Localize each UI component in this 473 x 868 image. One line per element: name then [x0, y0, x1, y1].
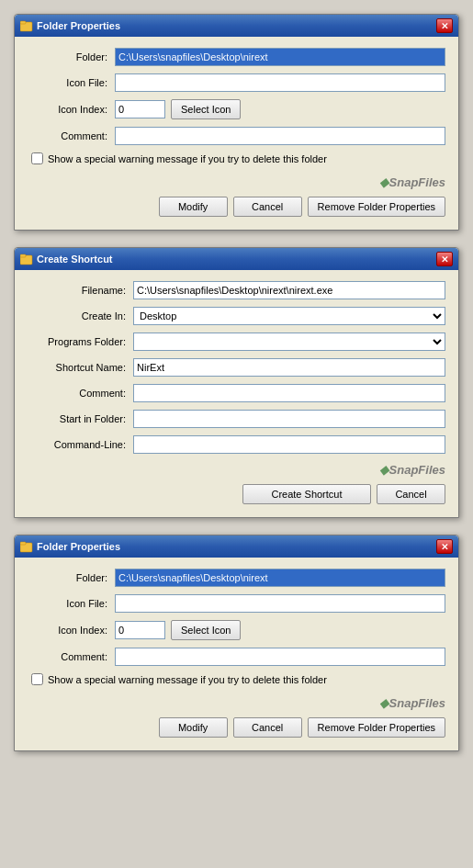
create-shortcut-button[interactable]: Create Shortcut — [242, 484, 371, 504]
snapfiles-logo-2: ◆ SnapFiles — [379, 463, 445, 477]
icon-file-row-1: Icon File: — [28, 73, 445, 92]
folder-input-1[interactable] — [115, 48, 445, 66]
icon-file-input-1[interactable] — [115, 73, 445, 92]
icon-index-row-3: Icon Index: Select Icon — [28, 620, 445, 640]
shortcut-name-input[interactable] — [133, 358, 445, 377]
titlebar-left-2: Create Shortcut — [20, 253, 113, 265]
folder-properties-dialog-2: Folder Properties ✕ Folder: Icon File: I… — [14, 535, 459, 751]
select-icon-button-3[interactable]: Select Icon — [171, 620, 241, 640]
buttons-row-1: Modify Cancel Remove Folder Properties — [28, 197, 445, 217]
modify-button-3[interactable]: Modify — [159, 717, 228, 738]
titlebar-title-1: Folder Properties — [37, 20, 120, 31]
filename-label: Filename: — [28, 285, 133, 296]
comment-row-1: Comment: — [28, 127, 445, 145]
warning-checkbox-3[interactable] — [31, 673, 43, 685]
create-shortcut-dialog: Create Shortcut ✕ Filename: Create In: D… — [14, 247, 459, 518]
start-in-row: Start in Folder: — [28, 410, 445, 428]
svg-rect-1 — [20, 21, 26, 24]
folder-row-3: Folder: — [28, 569, 445, 587]
close-button-1[interactable]: ✕ — [436, 18, 453, 33]
filename-input[interactable] — [133, 281, 445, 299]
icon-index-row-1: Icon Index: Select Icon — [28, 99, 445, 119]
titlebar-title-3: Folder Properties — [37, 541, 120, 552]
snapfiles-watermark-3: ◆ SnapFiles — [28, 694, 445, 714]
folder-titlebar-icon-1 — [20, 19, 33, 32]
create-in-row: Create In: Desktop Start Menu Quick Laun… — [28, 307, 445, 325]
warning-checkbox-1[interactable] — [31, 152, 43, 164]
create-in-select[interactable]: Desktop Start Menu Quick Launch — [133, 307, 445, 325]
cmdline-input[interactable] — [133, 435, 445, 454]
comment-input-3[interactable] — [115, 648, 445, 666]
buttons-row-2: Create Shortcut Cancel — [28, 484, 445, 504]
comment-label-1: Comment: — [28, 130, 115, 141]
shortcut-name-row: Shortcut Name: — [28, 358, 445, 377]
close-button-2[interactable]: ✕ — [436, 252, 453, 266]
icon-file-row-3: Icon File: — [28, 594, 445, 613]
window-body-3: Folder: Icon File: Icon Index: Select Ic… — [15, 558, 458, 750]
comment-label-2: Comment: — [28, 388, 133, 399]
checkbox-label-3: Show a special warning message if you tr… — [48, 674, 327, 685]
titlebar-2: Create Shortcut ✕ — [15, 248, 458, 270]
comment-input-1[interactable] — [115, 127, 445, 145]
buttons-row-3: Modify Cancel Remove Folder Properties — [28, 717, 445, 738]
create-in-label: Create In: — [28, 310, 133, 321]
snapfiles-watermark-2: ◆ SnapFiles — [28, 461, 445, 480]
comment-row-2: Comment: — [28, 384, 445, 402]
folder-properties-dialog-1: Folder Properties ✕ Folder: Icon File: I… — [14, 14, 459, 231]
icon-file-label-1: Icon File: — [28, 77, 115, 88]
checkbox-label-1: Show a special warning message if you tr… — [48, 153, 327, 164]
svg-rect-3 — [20, 254, 26, 257]
snapfiles-logo-3: ◆ SnapFiles — [379, 696, 445, 710]
icon-file-input-3[interactable] — [115, 594, 445, 613]
snapfiles-watermark-1: ◆ SnapFiles — [28, 174, 445, 193]
checkbox-row-1: Show a special warning message if you tr… — [28, 152, 445, 164]
titlebar-3: Folder Properties ✕ — [15, 535, 458, 558]
programs-folder-select[interactable] — [133, 333, 445, 351]
folder-titlebar-icon-3 — [20, 540, 33, 553]
remove-button-1[interactable]: Remove Folder Properties — [308, 197, 445, 217]
svg-rect-5 — [20, 542, 26, 545]
programs-folder-label: Programs Folder: — [28, 336, 133, 347]
shortcut-titlebar-icon — [20, 253, 33, 265]
checkbox-row-3: Show a special warning message if you tr… — [28, 673, 445, 685]
comment-label-3: Comment: — [28, 651, 115, 662]
comment-input-2[interactable] — [133, 384, 445, 402]
folder-row-1: Folder: — [28, 48, 445, 66]
cancel-button-1[interactable]: Cancel — [233, 197, 302, 217]
icon-index-input-1[interactable] — [115, 100, 165, 118]
cmdline-label: Command-Line: — [28, 439, 133, 450]
titlebar-left-1: Folder Properties — [20, 19, 120, 32]
start-in-label: Start in Folder: — [28, 413, 133, 424]
titlebar-1: Folder Properties ✕ — [15, 15, 458, 37]
cancel-button-2[interactable]: Cancel — [377, 484, 445, 504]
window-body-1: Folder: Icon File: Icon Index: Select Ic… — [15, 37, 458, 230]
close-button-3[interactable]: ✕ — [436, 539, 453, 554]
folder-label-1: Folder: — [28, 51, 115, 62]
modify-button-1[interactable]: Modify — [159, 197, 228, 217]
folder-input-3[interactable] — [115, 569, 445, 587]
titlebar-title-2: Create Shortcut — [37, 254, 113, 265]
shortcut-name-label: Shortcut Name: — [28, 362, 133, 373]
select-icon-button-1[interactable]: Select Icon — [171, 99, 241, 119]
icon-index-label-1: Icon Index: — [28, 104, 115, 115]
filename-row: Filename: — [28, 281, 445, 299]
titlebar-left-3: Folder Properties — [20, 540, 120, 553]
window-body-2: Filename: Create In: Desktop Start Menu … — [15, 270, 458, 517]
remove-button-3[interactable]: Remove Folder Properties — [308, 717, 445, 738]
start-in-input[interactable] — [133, 410, 445, 428]
icon-index-input-3[interactable] — [115, 621, 165, 639]
cmdline-row: Command-Line: — [28, 435, 445, 454]
icon-file-label-3: Icon File: — [28, 598, 115, 609]
cancel-button-3[interactable]: Cancel — [233, 717, 302, 738]
snapfiles-logo-1: ◆ SnapFiles — [379, 175, 445, 189]
icon-index-label-3: Icon Index: — [28, 625, 115, 636]
folder-label-3: Folder: — [28, 572, 115, 583]
comment-row-3: Comment: — [28, 648, 445, 666]
programs-folder-row: Programs Folder: — [28, 333, 445, 351]
